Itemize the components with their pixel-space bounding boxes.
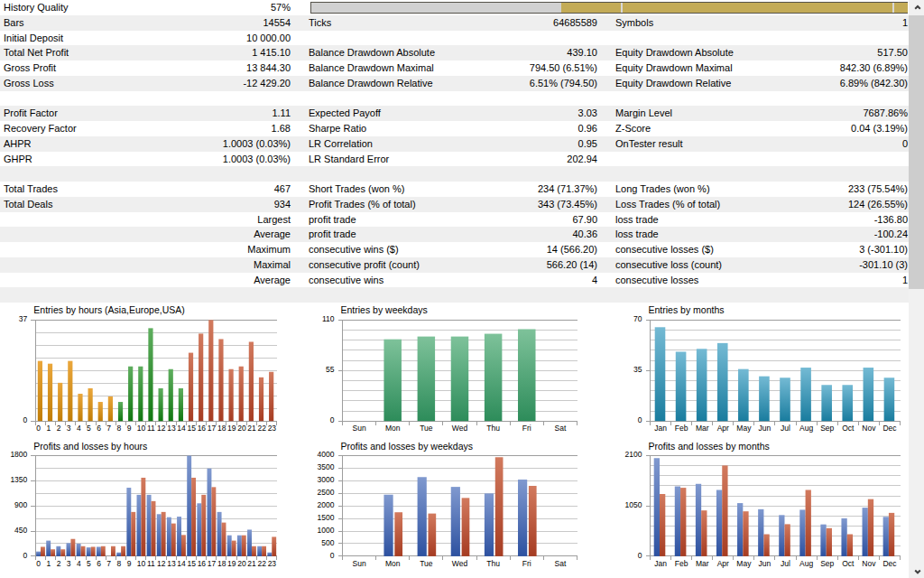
svg-text:2: 2 [57,424,61,433]
svg-text:Jun: Jun [759,424,772,433]
svg-text:1: 1 [47,559,51,568]
svg-text:23: 23 [268,559,277,568]
svg-text:1500: 1500 [318,513,335,522]
svg-text:Mon: Mon [385,559,401,568]
svg-text:0: 0 [330,415,335,424]
svg-text:Jul: Jul [781,424,790,433]
svg-text:2500: 2500 [318,488,335,497]
svg-text:Sun: Sun [353,559,366,568]
svg-text:18: 18 [217,424,226,433]
svg-text:5: 5 [87,424,91,433]
svg-text:3000: 3000 [318,475,335,484]
svg-text:12: 12 [157,559,166,568]
svg-text:Sat: Sat [555,559,567,568]
svg-text:Sep: Sep [820,559,834,568]
svg-text:12: 12 [157,424,166,433]
svg-text:900: 900 [14,500,27,509]
svg-text:Sat: Sat [555,424,567,433]
svg-text:Jul: Jul [781,559,790,568]
svg-text:3: 3 [67,424,71,433]
svg-text:0: 0 [638,551,642,560]
svg-text:70: 70 [633,314,642,323]
svg-text:20: 20 [237,424,246,433]
svg-text:20: 20 [237,559,246,568]
svg-text:18: 18 [217,559,226,568]
svg-text:4: 4 [77,559,81,568]
svg-text:7: 7 [106,424,111,433]
svg-text:17: 17 [208,424,217,433]
svg-text:0: 0 [330,551,335,560]
svg-text:Profits and losses by hours: Profits and losses by hours [33,441,147,452]
svg-text:Thu: Thu [486,424,500,433]
svg-text:55: 55 [326,365,335,374]
svg-text:Nov: Nov [862,424,876,433]
svg-text:Dec: Dec [882,424,897,433]
svg-text:Thu: Thu [486,559,500,568]
svg-text:0: 0 [23,551,28,560]
svg-text:13: 13 [167,424,176,433]
svg-text:0: 0 [638,415,642,424]
svg-text:8: 8 [117,559,122,568]
svg-text:Feb: Feb [675,424,688,433]
svg-text:Mon: Mon [385,424,401,433]
svg-text:450: 450 [14,526,27,535]
svg-text:23: 23 [268,424,277,433]
svg-text:15: 15 [188,559,197,568]
svg-text:May: May [736,559,752,568]
svg-text:16: 16 [198,424,207,433]
svg-text:4: 4 [77,424,81,433]
svg-text:10: 10 [137,424,146,433]
svg-text:16: 16 [198,559,207,568]
svg-text:13: 13 [167,559,176,568]
svg-text:2000: 2000 [318,500,335,509]
svg-text:Nov: Nov [862,559,876,568]
svg-text:10: 10 [137,559,146,568]
svg-text:1: 1 [47,424,51,433]
svg-text:Mar: Mar [696,559,709,568]
svg-text:Tue: Tue [420,424,433,433]
svg-text:11: 11 [147,559,155,568]
svg-text:7: 7 [106,559,111,568]
svg-text:1350: 1350 [10,475,27,484]
svg-text:6: 6 [97,559,101,568]
svg-text:0: 0 [23,415,28,424]
svg-text:14: 14 [177,424,186,433]
svg-text:3500: 3500 [318,462,335,471]
svg-text:22: 22 [257,424,266,433]
svg-text:3: 3 [67,559,71,568]
svg-text:May: May [736,424,752,433]
svg-text:Apr: Apr [717,424,729,433]
svg-text:Feb: Feb [675,559,688,568]
svg-text:Jun: Jun [759,559,772,568]
svg-text:15: 15 [188,424,197,433]
svg-text:21: 21 [247,424,256,433]
svg-text:9: 9 [127,559,132,568]
svg-text:500: 500 [321,538,334,547]
svg-text:Aug: Aug [799,559,813,568]
svg-text:Profits and losses by months: Profits and losses by months [649,441,770,452]
svg-text:19: 19 [227,559,236,568]
svg-text:Sun: Sun [353,424,366,433]
svg-text:14: 14 [177,559,186,568]
svg-text:Oct: Oct [842,424,855,433]
svg-text:1000: 1000 [318,526,335,535]
svg-text:0: 0 [36,559,41,568]
svg-text:2: 2 [57,559,61,568]
svg-text:Entries by hours (Asia,Europe,: Entries by hours (Asia,Europe,USA) [33,304,185,315]
svg-text:37: 37 [19,314,28,323]
svg-text:Tue: Tue [420,559,433,568]
svg-text:11: 11 [147,424,155,433]
svg-text:Wed: Wed [452,559,468,568]
svg-text:Jan: Jan [654,559,667,568]
svg-text:Fri: Fri [522,424,531,433]
svg-text:9: 9 [127,424,132,433]
svg-text:Fri: Fri [522,559,531,568]
svg-text:Aug: Aug [799,424,813,433]
svg-text:22: 22 [257,559,266,568]
svg-text:Oct: Oct [842,559,855,568]
svg-text:0: 0 [36,424,41,433]
svg-text:Sep: Sep [820,424,834,433]
svg-text:110: 110 [322,314,335,323]
svg-text:Wed: Wed [452,424,468,433]
svg-text:17: 17 [208,559,217,568]
